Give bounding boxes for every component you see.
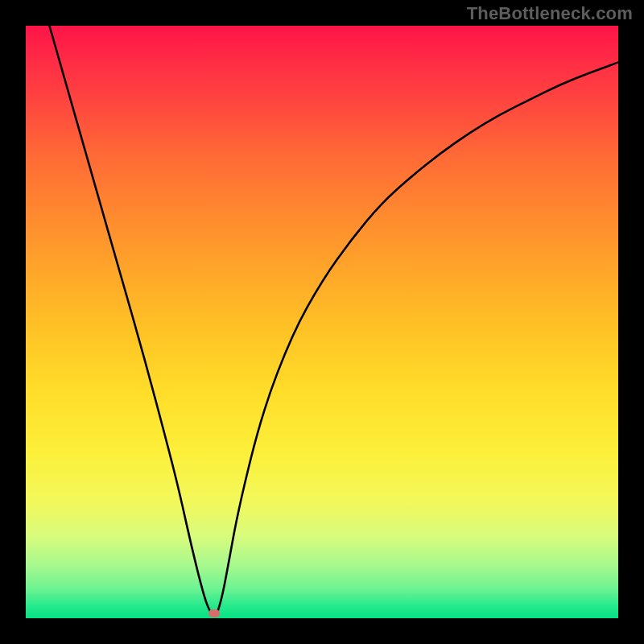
watermark-text: TheBottleneck.com: [467, 3, 633, 24]
min-marker: [208, 609, 220, 617]
curve-line: [49, 26, 618, 616]
chart-frame: TheBottleneck.com: [0, 0, 644, 644]
plot-area: [26, 26, 618, 618]
curve-svg: [26, 26, 618, 618]
